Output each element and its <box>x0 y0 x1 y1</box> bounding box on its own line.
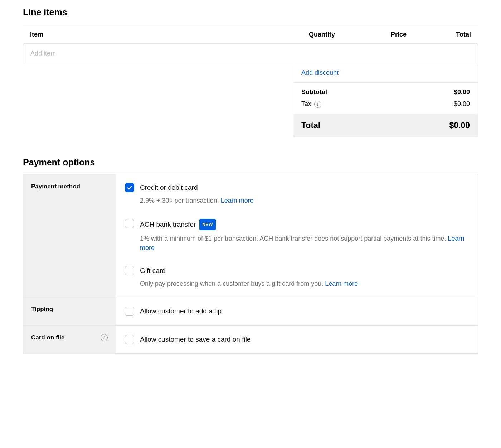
payment-options-section: Payment options Payment method Credit or… <box>23 157 478 354</box>
tipping-row: Tipping Allow customer to add a tip <box>23 297 478 326</box>
add-item-input[interactable] <box>23 44 478 63</box>
option-gift-card-title: Gift card <box>140 266 468 275</box>
option-gift-card-text: Gift card Only pay processing when a cus… <box>140 266 468 288</box>
checkbox-card-on-file[interactable] <box>125 335 134 344</box>
option-ach-title: ACH bank transfer <box>140 220 196 229</box>
checkbox-gift-card[interactable] <box>125 266 134 275</box>
payment-method-row: Payment method Credit or debit card 2.9%… <box>23 174 478 297</box>
payment-method-label: Payment method <box>23 174 116 297</box>
option-tipping: Allow customer to add a tip <box>125 307 468 316</box>
checkbox-tipping[interactable] <box>125 307 134 316</box>
total-row: Total $0.00 <box>293 114 478 137</box>
check-icon <box>127 185 132 191</box>
card-on-file-label: Card on file i <box>23 326 116 353</box>
total-value: $0.00 <box>449 121 470 130</box>
option-credit-card-desc: 2.9% + 30¢ per transaction. Learn more <box>140 196 468 205</box>
col-price-header: Price <box>335 31 407 38</box>
option-credit-card-text: Credit or debit card 2.9% + 30¢ per tran… <box>140 183 468 205</box>
info-icon[interactable]: i <box>101 334 108 341</box>
tax-row: Tax i $0.00 <box>293 98 478 114</box>
info-icon[interactable]: i <box>314 101 321 108</box>
col-total-header: Total <box>407 31 471 38</box>
option-ach: ACH bank transfer NEW 1% with a minimum … <box>125 219 468 252</box>
line-items-table: Item Quantity Price Total <box>23 24 478 63</box>
col-item-header: Item <box>30 31 281 38</box>
payment-method-label-text: Payment method <box>31 183 80 190</box>
tipping-body: Allow customer to add a tip <box>116 297 478 325</box>
option-gift-card: Gift card Only pay processing when a cus… <box>125 266 468 288</box>
tax-label: Tax <box>301 100 311 108</box>
payment-options-heading: Payment options <box>23 157 478 168</box>
option-ach-desc: 1% with a minimum of $1 per transaction.… <box>140 234 468 252</box>
line-items-heading: Line items <box>23 7 478 18</box>
option-tipping-text: Allow customer to add a tip <box>140 307 468 316</box>
option-gift-card-desc: Only pay processing when a customer buys… <box>140 279 468 288</box>
line-items-section: Line items Item Quantity Price Total Add… <box>23 7 478 137</box>
option-cof-title: Allow customer to save a card on file <box>140 335 468 344</box>
subtotal-row: Subtotal $0.00 <box>293 83 478 98</box>
tipping-label: Tipping <box>23 297 116 325</box>
tipping-label-text: Tipping <box>31 306 53 313</box>
checkbox-credit-card[interactable] <box>125 183 134 192</box>
option-cof-text: Allow customer to save a card on file <box>140 335 468 344</box>
learn-more-card[interactable]: Learn more <box>221 197 254 204</box>
total-label: Total <box>301 121 320 130</box>
add-discount-row: Add discount <box>293 63 478 83</box>
checkbox-ach[interactable] <box>125 219 134 228</box>
add-item-row <box>23 44 478 63</box>
learn-more-gift[interactable]: Learn more <box>325 280 358 287</box>
tax-label-wrap: Tax i <box>301 100 321 108</box>
col-qty-header: Quantity <box>281 31 335 38</box>
summary-box: Add discount Subtotal $0.00 Tax i $0.00 … <box>293 63 478 137</box>
option-ach-text: ACH bank transfer NEW 1% with a minimum … <box>140 219 468 252</box>
payment-panel: Payment method Credit or debit card 2.9%… <box>23 174 478 354</box>
payment-method-body: Credit or debit card 2.9% + 30¢ per tran… <box>116 174 478 297</box>
option-gift-card-desc-text: Only pay processing when a customer buys… <box>140 280 325 287</box>
badge-new: NEW <box>199 219 216 230</box>
option-credit-card: Credit or debit card 2.9% + 30¢ per tran… <box>125 183 468 205</box>
card-on-file-label-text: Card on file <box>31 334 65 341</box>
add-discount-link[interactable]: Add discount <box>301 69 339 77</box>
tax-value: $0.00 <box>454 100 470 108</box>
card-on-file-row: Card on file i Allow customer to save a … <box>23 326 478 353</box>
option-tipping-title: Allow customer to add a tip <box>140 307 468 316</box>
option-ach-desc-text: 1% with a minimum of $1 per transaction.… <box>140 235 448 242</box>
option-credit-card-desc-text: 2.9% + 30¢ per transaction. <box>140 197 221 204</box>
table-header: Item Quantity Price Total <box>23 24 478 44</box>
option-card-on-file: Allow customer to save a card on file <box>125 335 468 344</box>
card-on-file-body: Allow customer to save a card on file <box>116 326 478 353</box>
subtotal-label: Subtotal <box>301 88 327 96</box>
subtotal-value: $0.00 <box>454 88 470 96</box>
option-ach-title-wrap: ACH bank transfer NEW <box>140 219 468 230</box>
option-credit-card-title: Credit or debit card <box>140 183 468 192</box>
